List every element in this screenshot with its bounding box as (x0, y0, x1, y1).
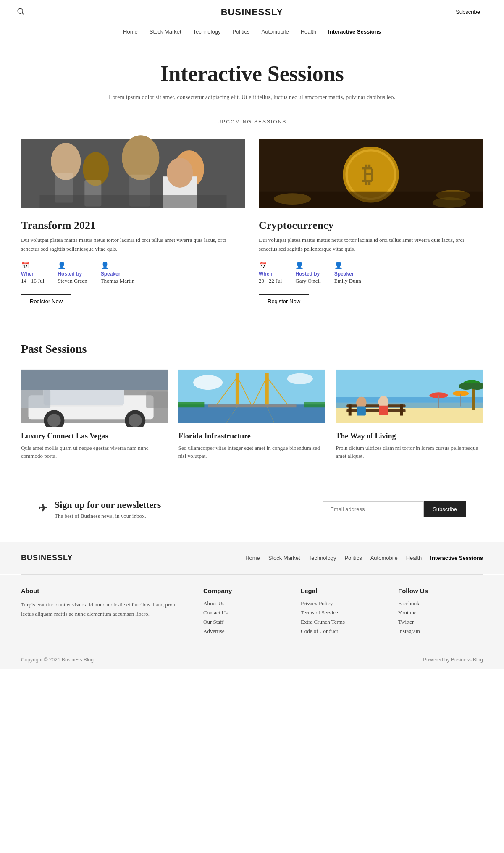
footer-follow-youtube[interactable]: Youtube (398, 609, 483, 616)
header-line-left (21, 122, 211, 122)
session-2-speaker: 👤 Speaker Emily Dunn (334, 261, 361, 284)
svg-rect-39 (236, 373, 239, 407)
session-1-when: 📅 When 14 - 16 Jul (21, 261, 44, 284)
footer-nav-home[interactable]: Home (245, 555, 260, 561)
past-3-description: Proin dictum ultrices diam mi tortor in … (336, 444, 483, 460)
footer-follow-col: Follow Us Facebook Youtube Twitter Insta… (398, 587, 483, 637)
session-1-image (21, 135, 245, 213)
register-button-2[interactable]: Register Now (259, 294, 309, 308)
footer-nav-politics[interactable]: Politics (344, 555, 362, 561)
footer-company-title: Company (203, 587, 288, 594)
svg-point-42 (193, 375, 223, 390)
footer-follow-facebook[interactable]: Facebook (398, 600, 483, 607)
svg-rect-62 (379, 406, 388, 415)
past-sessions-section: Past Sessions Luxury Connect Las Vegas Q… (0, 334, 504, 477)
footer-top: BUSINESSLY Home Stock Market Technology … (0, 542, 504, 574)
svg-rect-60 (357, 407, 366, 416)
register-button-1[interactable]: Register Now (21, 294, 71, 308)
footer-nav-technology[interactable]: Technology (309, 555, 336, 561)
footer-company-link-3[interactable]: Our Staff (203, 619, 288, 625)
nav-home[interactable]: Home (123, 29, 138, 35)
footer-nav-automobile[interactable]: Automobile (370, 555, 398, 561)
email-input[interactable] (323, 501, 424, 517)
svg-line-1 (22, 13, 23, 14)
past-card-1: Luxury Connect Las Vegas Quis amet molli… (21, 366, 168, 460)
newsletter-icon: ✈ (38, 501, 48, 515)
svg-rect-56 (347, 409, 406, 412)
hero-section: Interactive Sessions Lorem ipsum dolor s… (84, 40, 420, 115)
newsletter-title: Sign up for our newsletters (55, 499, 161, 510)
footer-nav-health[interactable]: Health (406, 555, 422, 561)
svg-point-26 (47, 414, 61, 427)
newsletter-subtitle: The best of Business news, in your inbox… (55, 513, 161, 520)
copyright-text: Copyright © 2021 Business Blog (21, 657, 94, 663)
footer-legal-link-3[interactable]: Extra Crunch Terms (301, 619, 386, 625)
footer-logo: BUSINESSLY (21, 554, 73, 562)
footer-copyright: Copyright © 2021 Business Blog Powered b… (0, 650, 504, 669)
svg-point-43 (287, 373, 312, 384)
svg-rect-30 (21, 390, 50, 408)
footer-legal-link-1[interactable]: Privacy Policy (301, 600, 386, 607)
upcoming-section-header: UPCOMING SESSIONS (0, 119, 504, 125)
svg-rect-40 (265, 373, 269, 407)
svg-point-28 (129, 414, 142, 427)
footer-company-link-2[interactable]: Contact Us (203, 609, 288, 616)
footer-company-link-1[interactable]: About Us (203, 600, 288, 607)
svg-rect-57 (349, 404, 352, 415)
footer-about-col: About Turpis erat tincidunt et viverra i… (21, 587, 191, 637)
footer-about-title: About (21, 587, 191, 594)
footer-follow-title: Follow Us (398, 587, 483, 594)
speaker-icon-1: 👤 (101, 261, 135, 269)
past-1-title: Luxury Connect Las Vegas (21, 432, 168, 441)
subscribe-button[interactable]: Subscribe (449, 6, 487, 18)
past-sessions-divider (21, 325, 483, 325)
person-icon-1: 👤 (58, 261, 87, 269)
past-2-title: Florida Infrastructure (178, 432, 326, 441)
newsletter-section: ✈ Sign up for our newsletters The best o… (21, 486, 483, 533)
hero-description: Lorem ipsum dolor sit amet, consectetur … (92, 93, 412, 102)
session-1-meta: 📅 When 14 - 16 Jul 👤 Hosted by Steven Gr… (21, 261, 245, 284)
footer-follow-twitter[interactable]: Twitter (398, 619, 483, 625)
footer-nav: Home Stock Market Technology Politics Au… (245, 555, 483, 561)
svg-point-5 (122, 136, 159, 181)
svg-point-11 (167, 158, 193, 188)
past-1-description: Quis amet mollis quam ut neque egestas v… (21, 444, 168, 460)
newsletter-submit-button[interactable]: Subscribe (424, 501, 466, 517)
svg-rect-47 (304, 402, 326, 407)
past-1-image (21, 366, 168, 427)
footer-nav-interactive-sessions[interactable]: Interactive Sessions (430, 555, 483, 561)
footer-legal-link-2[interactable]: Terms of Service (301, 609, 386, 616)
footer-nav-stock-market[interactable]: Stock Market (268, 555, 300, 561)
nav-automobile[interactable]: Automobile (262, 29, 289, 35)
upcoming-section-label: UPCOMING SESSIONS (218, 119, 287, 125)
main-nav: Home Stock Market Technology Politics Au… (0, 24, 504, 40)
session-1-title: Transform 2021 (21, 219, 245, 232)
footer-legal-col: Legal Privacy Policy Terms of Service Ex… (301, 587, 386, 637)
footer-company-col: Company About Us Contact Us Our Staff Ad… (203, 587, 288, 637)
past-2-image (178, 366, 326, 427)
svg-rect-55 (347, 404, 406, 407)
footer-legal-link-4[interactable]: Code of Conduct (301, 628, 386, 635)
calendar-icon-1: 📅 (21, 261, 44, 269)
session-2-title: Cryptocurrency (259, 219, 483, 232)
newsletter-text: Sign up for our newsletters The best of … (55, 499, 161, 520)
nav-health[interactable]: Health (301, 29, 317, 35)
footer-follow-instagram[interactable]: Instagram (398, 628, 483, 635)
past-3-image (336, 366, 483, 427)
svg-rect-12 (40, 195, 227, 208)
past-sessions-title: Past Sessions (21, 342, 483, 356)
person-icon-2: 👤 (295, 261, 320, 269)
newsletter-form: Subscribe (323, 501, 466, 517)
footer-legal-title: Legal (301, 587, 386, 594)
footer-bottom: About Turpis erat tincidunt et viverra i… (0, 575, 504, 650)
nav-technology[interactable]: Technology (193, 29, 221, 35)
header-line-right (293, 122, 483, 122)
nav-stock-market[interactable]: Stock Market (150, 29, 181, 35)
nav-politics[interactable]: Politics (232, 29, 249, 35)
upcoming-sessions-grid: Transform 2021 Dui volutpat platea matti… (0, 135, 504, 308)
header-left (17, 8, 24, 17)
session-card-2: ₿ Cryptocurrency Dui volutpat platea mat… (259, 135, 483, 308)
nav-interactive-sessions[interactable]: Interactive Sessions (328, 29, 381, 35)
search-icon[interactable] (17, 8, 24, 17)
footer-company-link-4[interactable]: Advertise (203, 628, 288, 635)
